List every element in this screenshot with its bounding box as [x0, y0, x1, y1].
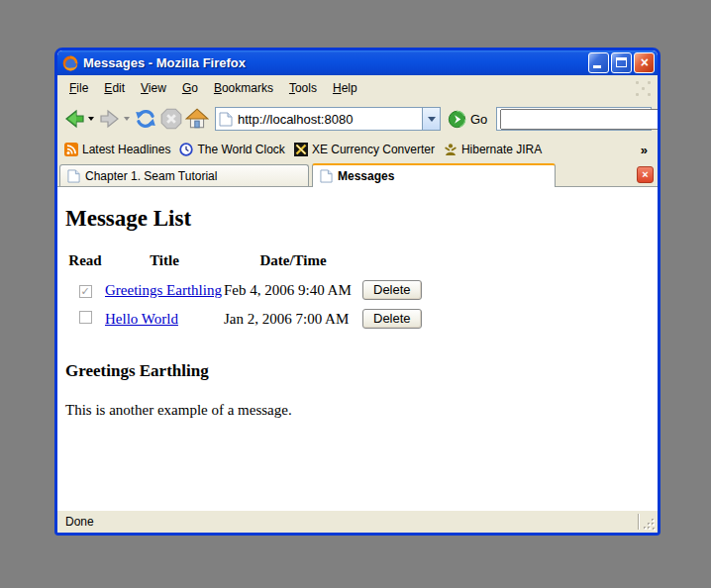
minimize-icon: [593, 65, 601, 68]
delete-button[interactable]: Delete: [362, 280, 422, 300]
page-icon: [320, 169, 333, 183]
search-bar[interactable]: G: [496, 107, 652, 131]
home-icon: [185, 107, 209, 131]
message-datetime: Feb 4, 2006 9:40 AM: [224, 277, 362, 306]
xe-icon: [294, 143, 308, 156]
message-title-link[interactable]: Hello World: [105, 311, 178, 327]
forward-icon: [98, 107, 122, 131]
page-title: Message List: [65, 206, 650, 232]
firefox-icon: [62, 55, 78, 71]
menu-go[interactable]: Go: [174, 77, 206, 99]
stop-icon: [159, 107, 183, 131]
bookmark-world-clock[interactable]: The World Clock: [179, 143, 284, 156]
status-text: Done: [65, 515, 94, 529]
reload-icon: [134, 107, 157, 131]
menu-edit[interactable]: Edit: [96, 77, 133, 99]
forward-dropdown-icon[interactable]: [124, 117, 130, 121]
read-checkbox[interactable]: ✓: [79, 285, 92, 298]
bookmark-label: Latest Headlines: [82, 143, 170, 156]
hibernate-icon: [444, 143, 457, 156]
browser-window: Messages - Mozilla Firefox × File Edit V…: [54, 48, 660, 536]
title-bar[interactable]: Messages - Mozilla Firefox ×: [57, 50, 658, 75]
page-icon: [67, 169, 80, 183]
address-bar[interactable]: [215, 107, 441, 131]
clock-icon: [179, 143, 193, 156]
chevron-down-icon: [428, 117, 436, 122]
table-row: ✓ Greetings Earthling Feb 4, 2006 9:40 A…: [65, 277, 422, 306]
menubar-grip-icon: [636, 81, 650, 95]
delete-button[interactable]: Delete: [362, 309, 422, 329]
forward-button[interactable]: [97, 106, 123, 132]
reload-button[interactable]: [133, 106, 158, 132]
close-icon: ×: [635, 53, 654, 72]
bookmark-label: XE Currency Converter: [312, 143, 435, 156]
navigation-toolbar: Go G: [57, 100, 658, 138]
close-tab-button[interactable]: ×: [637, 166, 654, 183]
table-row: Hello World Jan 2, 2006 7:00 AM Delete: [65, 306, 422, 335]
tab-label: Messages: [338, 169, 394, 183]
menu-tools[interactable]: Tools: [281, 77, 325, 99]
menu-file[interactable]: File: [61, 77, 96, 99]
back-button[interactable]: [61, 106, 87, 132]
selected-message-body: This is another example of a message.: [65, 402, 650, 419]
page-content: Message List Read Title Date/Time ✓ Gree…: [57, 187, 658, 509]
bookmark-xe-currency[interactable]: XE Currency Converter: [294, 143, 435, 156]
column-header-read: Read: [65, 252, 105, 277]
search-input[interactable]: [500, 109, 660, 130]
close-window-button[interactable]: ×: [634, 52, 655, 73]
read-checkbox[interactable]: [79, 311, 92, 324]
bookmark-hibernate-jira[interactable]: Hibernate JIRA: [444, 143, 542, 156]
home-button[interactable]: [184, 106, 210, 132]
bookmark-label: The World Clock: [197, 143, 284, 156]
column-header-title: Title: [105, 252, 224, 277]
menu-bookmarks[interactable]: Bookmarks: [206, 77, 281, 99]
message-table: Read Title Date/Time ✓ Greetings Earthli…: [65, 252, 422, 335]
tab-seam-tutorial[interactable]: Chapter 1. Seam Tutorial: [59, 164, 309, 186]
message-datetime: Jan 2, 2006 7:00 AM: [224, 306, 362, 335]
bookmark-latest-headlines[interactable]: Latest Headlines: [64, 143, 170, 156]
statusbar-separator: [638, 514, 640, 530]
go-icon: [448, 110, 466, 129]
url-dropdown-button[interactable]: [422, 108, 440, 130]
tab-strip: Chapter 1. Seam Tutorial Messages ×: [57, 161, 658, 187]
menu-bar: File Edit View Go Bookmarks Tools Help: [57, 75, 658, 100]
selected-message-title: Greetings Earthling: [65, 361, 650, 381]
bookmarks-toolbar: Latest Headlines The World Clock XE Curr…: [57, 138, 658, 161]
maximize-icon: [616, 57, 627, 67]
menu-view[interactable]: View: [133, 77, 174, 99]
status-bar: Done: [57, 509, 658, 533]
rss-feed-icon: [64, 143, 78, 156]
go-button-label: Go: [470, 112, 487, 127]
url-input[interactable]: [236, 109, 422, 129]
back-dropdown-icon[interactable]: [88, 117, 94, 121]
message-title-link[interactable]: Greetings Earthling: [105, 282, 222, 298]
minimize-button[interactable]: [588, 52, 609, 73]
stop-button[interactable]: [158, 106, 184, 132]
resize-grip[interactable]: [644, 519, 656, 531]
bookmarks-overflow-chevron-icon[interactable]: »: [641, 143, 648, 157]
menu-help[interactable]: Help: [325, 77, 365, 99]
column-header-datetime: Date/Time: [224, 252, 362, 277]
window-title: Messages - Mozilla Firefox: [83, 55, 586, 70]
bookmark-label: Hibernate JIRA: [461, 143, 542, 156]
page-icon: [219, 112, 233, 127]
back-icon: [62, 107, 86, 131]
maximize-button[interactable]: [611, 52, 632, 73]
go-button[interactable]: Go: [448, 110, 487, 129]
tab-messages[interactable]: Messages: [312, 163, 556, 187]
tab-label: Chapter 1. Seam Tutorial: [85, 169, 217, 183]
